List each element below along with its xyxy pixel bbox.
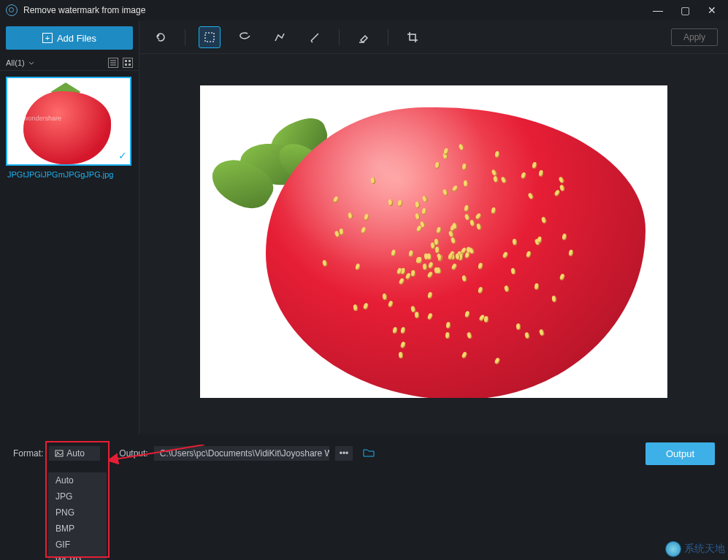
format-label: Format: — [13, 448, 43, 459]
thumbnail-image: wondershare — [7, 78, 130, 164]
brush-tool[interactable] — [304, 26, 326, 48]
grid-view-icon[interactable] — [123, 58, 133, 68]
output-button[interactable]: Output — [645, 442, 715, 465]
filter-dropdown[interactable]: All(1) — [6, 58, 35, 67]
thumbnail-watermark: wondershare — [23, 115, 61, 122]
format-selector[interactable]: Auto — [49, 446, 100, 461]
format-value: Auto — [66, 448, 85, 459]
add-files-button[interactable]: + Add Files — [6, 26, 133, 50]
polygon-tool[interactable] — [269, 26, 291, 48]
checkmark-icon: ✓ — [118, 150, 127, 161]
desktop-background — [0, 472, 728, 560]
image-canvas[interactable] — [200, 85, 667, 398]
minimize-button[interactable]: — — [653, 4, 663, 16]
browse-button[interactable]: ••• — [335, 446, 353, 461]
canvas-area — [139, 54, 728, 429]
format-option-auto[interactable]: Auto — [48, 472, 107, 488]
filter-icons — [108, 58, 133, 68]
svg-rect-4 — [205, 33, 214, 42]
format-option-jpg[interactable]: JPG — [48, 488, 107, 505]
window-controls: — ▢ ✕ — [653, 4, 722, 16]
format-option-png[interactable]: PNG — [48, 505, 107, 521]
toolbar: Apply — [139, 20, 728, 54]
svg-rect-2 — [125, 64, 127, 66]
filter-row: All(1) — [0, 55, 139, 71]
svg-rect-3 — [129, 64, 131, 66]
output-label: Output: — [119, 448, 147, 459]
window-title: Remove watermark from image — [23, 5, 145, 15]
corner-brand-text: 系统天地 — [684, 542, 725, 556]
thumbnail-filename: JPGtJPGiJPGmJPGgJPG.jpg — [6, 166, 133, 183]
close-button[interactable]: ✕ — [708, 4, 716, 16]
bottom-bar: Format: Auto Output: C:\Users\pc\Documen… — [0, 434, 728, 560]
corner-watermark: 系统天地 — [665, 541, 725, 557]
plus-icon: + — [42, 33, 53, 43]
output-path-field[interactable]: C:\Users\pc\Documents\VidiKit\Joyoshare … — [154, 446, 329, 461]
eraser-tool[interactable] — [353, 26, 375, 48]
separator — [388, 29, 388, 45]
svg-rect-0 — [125, 60, 127, 62]
titlebar: Remove watermark from image — ▢ ✕ — [0, 0, 728, 20]
thumbnail-region: wondershare ✓ JPGtJPGiJPGmJPGgJPG.jpg — [0, 71, 139, 189]
globe-icon — [665, 541, 681, 557]
marquee-tool[interactable] — [199, 26, 221, 48]
maximize-button[interactable]: ▢ — [681, 4, 690, 16]
chevron-down-icon — [28, 59, 35, 66]
crop-tool[interactable] — [402, 26, 424, 48]
app-icon — [6, 4, 18, 16]
image-icon — [55, 449, 64, 458]
app-body: + Add Files All(1) wond — [0, 20, 728, 472]
separator — [339, 29, 340, 45]
format-option-bmp[interactable]: BMP — [48, 521, 107, 537]
svg-rect-1 — [129, 60, 131, 62]
lasso-tool[interactable] — [234, 26, 256, 48]
list-view-icon[interactable] — [108, 58, 118, 68]
separator — [185, 29, 185, 45]
apply-button[interactable]: Apply — [671, 28, 718, 46]
thumbnail-item[interactable]: wondershare ✓ — [6, 77, 131, 166]
format-dropdown: AutoJPGPNGBMPGIFWEBPTIFF — [48, 472, 107, 560]
filter-label: All(1) — [6, 58, 25, 67]
main-panel: Apply — [139, 20, 728, 472]
undo-button[interactable] — [150, 26, 172, 48]
format-option-webp[interactable]: WEBP — [48, 553, 107, 560]
format-option-gif[interactable]: GIF — [48, 537, 107, 553]
add-files-label: Add Files — [57, 33, 96, 44]
sidebar: + Add Files All(1) wond — [0, 20, 139, 472]
open-folder-button[interactable] — [359, 445, 379, 462]
